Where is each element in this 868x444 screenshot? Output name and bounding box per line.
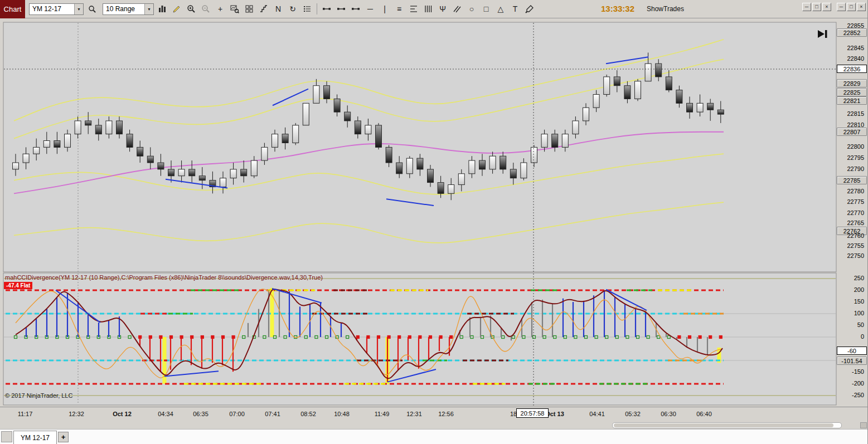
interval-selector[interactable]: 10 Range: [103, 3, 154, 15]
parallel-channel-icon[interactable]: [450, 2, 464, 16]
gann-fan-icon[interactable]: [421, 2, 435, 16]
indicator-axis-label: -101.54: [837, 357, 867, 365]
time-axis-label: 05:32: [625, 411, 641, 417]
indicator-axis-label: 50: [836, 321, 868, 329]
resize-grip[interactable]: [860, 422, 867, 428]
toolbar: Chart YM 12-17 10 Range +N↻─|≡Ψ○□△T 13:3…: [0, 0, 868, 18]
price-axis-label: 22829: [837, 79, 867, 87]
zero-line-markers: [14, 336, 722, 339]
data-box-icon[interactable]: [228, 2, 241, 16]
time-axis-label: 12:31: [406, 411, 422, 417]
scrollbar-thumb[interactable]: [614, 423, 833, 427]
price-axis-label: 22775: [836, 198, 868, 206]
price-axis-label: 22825: [837, 88, 867, 96]
horizontal-scrollbar[interactable]: [612, 422, 842, 428]
close-button[interactable]: ×: [822, 3, 831, 11]
instrument-search-icon[interactable]: [85, 2, 99, 16]
time-axis[interactable]: 20:57:58 11:1712:32Oct 1204:3406:3507:00…: [0, 407, 868, 422]
extended-line-tool-icon[interactable]: [349, 2, 362, 16]
tab-scroll-button[interactable]: [1, 431, 12, 442]
price-axis-label: 22845: [836, 44, 868, 52]
time-axis-label: 11:49: [375, 411, 390, 417]
time-axis-label: 07:41: [265, 411, 280, 417]
copyright-label: © 2017 NinjaTrader, LLC: [5, 392, 72, 399]
tab-label: YM 12-17: [21, 434, 50, 442]
cursor-time-box: 20:57:58: [516, 408, 549, 418]
price-axis-label: 22836: [837, 65, 867, 73]
step-plot-icon[interactable]: [257, 2, 270, 16]
time-axis-label: 04:41: [589, 411, 605, 417]
dropdown-arrow-icon[interactable]: [144, 4, 153, 14]
fibonacci-tool-icon[interactable]: [407, 2, 420, 16]
app-minimize-button[interactable]: ─: [837, 3, 846, 11]
clock: 13:33:32: [601, 4, 634, 13]
price-axis-label: 22770: [836, 209, 868, 217]
scroll-strip: [0, 422, 868, 429]
price-axis-label: 22795: [836, 154, 868, 162]
chart-style-icon[interactable]: [156, 2, 169, 16]
time-axis-label: 12:32: [69, 411, 84, 417]
triangle-tool-icon[interactable]: △: [494, 2, 507, 16]
text-tool-icon[interactable]: T: [508, 2, 522, 16]
price-axis-label: 22790: [836, 165, 868, 173]
drawing-tools-icon[interactable]: [170, 2, 183, 16]
zoom-out-icon[interactable]: [199, 2, 212, 16]
time-axis-label: 06:35: [193, 411, 208, 417]
interval-value: 10 Range: [103, 5, 138, 13]
pitchfork-tool-icon[interactable]: Ψ: [436, 2, 449, 16]
rectangle-tool-icon[interactable]: □: [479, 2, 493, 16]
time-axis-label: 10:48: [334, 411, 350, 417]
price-axis-label: 22840: [836, 55, 868, 63]
tab-ym-12-17[interactable]: YM 12-17: [13, 431, 57, 444]
price-axis-label: 22755: [836, 242, 868, 250]
price-axis[interactable]: 2285522852228452284022836228292282522821…: [836, 0, 868, 444]
price-axis-label: 22750: [836, 252, 868, 260]
crosshair-add-icon[interactable]: +: [214, 2, 227, 16]
window-caption: Chart: [0, 0, 25, 18]
zoom-in-icon[interactable]: [185, 2, 198, 16]
go-to-last-bar-icon[interactable]: [816, 29, 828, 41]
plus-icon: +: [61, 433, 66, 441]
time-axis-label: 08:52: [300, 411, 316, 417]
indicator-axis-label: 100: [836, 309, 868, 318]
line-tool-icon[interactable]: [320, 2, 333, 16]
minimize-button[interactable]: ─: [802, 3, 811, 11]
brush-tool-icon[interactable]: [523, 2, 536, 16]
indicator-axis-label: 0: [836, 333, 868, 341]
indicator-axis-label: -60: [837, 347, 867, 355]
dropdown-arrow-icon[interactable]: [74, 4, 83, 14]
indicator-title: mahCCIDivergence(YM 12-17 (10 Range),C:\…: [5, 274, 323, 281]
instrument-value: YM 12-17: [30, 5, 64, 13]
reload-icon[interactable]: ↻: [286, 2, 299, 16]
restore-button[interactable]: □: [812, 3, 821, 11]
ellipse-tool-icon[interactable]: ○: [465, 2, 478, 16]
price-axis-label: 22765: [836, 219, 868, 227]
list-icon[interactable]: [300, 2, 314, 16]
ray-tool-icon[interactable]: [334, 2, 348, 16]
chart-window: { "window": { "caption": "Chart", "clock…: [0, 0, 868, 444]
indicator-axis-label: 200: [836, 286, 868, 294]
grid-icon[interactable]: [243, 2, 256, 16]
indicator-axis-label: -250: [836, 391, 868, 399]
zigzag-icon[interactable]: N: [271, 2, 285, 16]
app-restore-button[interactable]: □: [847, 3, 856, 11]
toolbar-icons: +N↻─|≡Ψ○□△T: [156, 2, 536, 16]
app-close-button[interactable]: ×: [857, 3, 866, 11]
price-axis-label: 22785: [837, 176, 867, 184]
chart-canvas[interactable]: [0, 0, 868, 444]
indicator-value-badge: -47.4 Flat: [4, 282, 32, 289]
time-axis-label: Oct 12: [113, 411, 132, 417]
price-axis-label: 22760: [836, 232, 868, 240]
price-axis-label: 22821: [837, 96, 867, 105]
indicator-axis-label: 250: [836, 274, 868, 282]
vertical-line-tool-icon[interactable]: |: [378, 2, 391, 16]
price-axis-label: 22815: [836, 110, 868, 118]
time-axis-label: 06:30: [661, 411, 676, 417]
time-axis-label: 04:34: [158, 411, 173, 417]
trend-lines-icon[interactable]: ≡: [392, 2, 406, 16]
horizontal-line-tool-icon[interactable]: ─: [363, 2, 377, 16]
instrument-selector[interactable]: YM 12-17: [29, 3, 84, 15]
price-axis-label: 22807: [837, 128, 867, 136]
show-trades-label[interactable]: ShowTrades: [647, 5, 684, 13]
add-tab-button[interactable]: +: [58, 432, 69, 442]
